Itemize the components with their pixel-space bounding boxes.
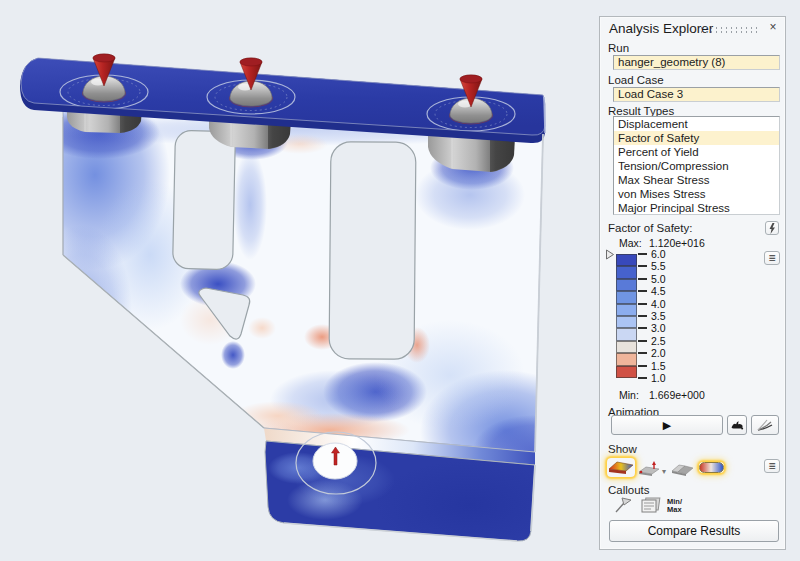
- result-type-item[interactable]: Displacement: [614, 117, 779, 131]
- result-type-item[interactable]: von Mises Stress: [614, 187, 779, 201]
- minmax-callout-toggle[interactable]: Min/ Max: [667, 498, 682, 513]
- legend-swatch: [616, 353, 637, 365]
- loads-bracket-icon: [637, 460, 661, 477]
- legend-swatch: [616, 266, 637, 278]
- probe-callout-button[interactable]: [613, 495, 633, 514]
- result-types-list: Displacement Factor of Safety Percent of…: [613, 116, 780, 215]
- show-legend-toggle[interactable]: [699, 462, 724, 473]
- displacement-scale-button[interactable]: [751, 415, 779, 435]
- probe-flag-icon: [613, 495, 633, 514]
- minmax-label-line2: Max: [667, 506, 682, 514]
- result-type-item[interactable]: Major Principal Stress: [614, 201, 779, 215]
- probe-flash-button[interactable]: [765, 221, 779, 235]
- max-label: Max:: [619, 237, 642, 249]
- min-value: 1.669e+000: [649, 389, 705, 401]
- legend-tick-label: 2.0: [651, 347, 666, 359]
- legend-tick-label: 3.5: [651, 310, 666, 322]
- legend-tick-mark: [638, 352, 647, 354]
- play-icon: ▶: [663, 419, 671, 432]
- legend-tick-mark: [638, 315, 647, 317]
- legend-tick-label: 4.5: [651, 285, 666, 297]
- result-type-item-selected[interactable]: Factor of Safety: [614, 131, 779, 145]
- legend-tick-mark: [638, 303, 647, 305]
- deflection-curve-icon: [756, 418, 774, 432]
- legend-options-button[interactable]: ≡: [764, 251, 780, 265]
- run-label: Run: [608, 42, 629, 54]
- legend-tick-label: 6.0: [651, 248, 666, 260]
- slot-cutout-right: [329, 142, 416, 360]
- note-icon: [640, 497, 662, 514]
- legend-tick-label: 5.5: [651, 260, 666, 272]
- colored-bracket-icon: [607, 458, 635, 477]
- load-case-select[interactable]: Load Case 3: [613, 87, 780, 102]
- legend-pointer-handle[interactable]: [605, 249, 615, 260]
- animation-speed-button[interactable]: [727, 415, 747, 435]
- legend-tick-mark: [638, 265, 647, 267]
- app-window: { "scene": { "background_color": "#e9edf…: [0, 0, 800, 561]
- legend-swatch: [616, 316, 637, 328]
- legend-tick-label: 4.0: [651, 298, 666, 310]
- legend-tick-mark: [638, 327, 647, 329]
- bracket-model[interactable]: [20, 54, 593, 550]
- legend-swatch: [616, 304, 637, 316]
- show-undeformed-toggle[interactable]: [670, 460, 695, 477]
- panel-drag-grip[interactable]: [699, 26, 757, 34]
- play-button[interactable]: ▶: [611, 415, 723, 435]
- legend-swatch: [616, 279, 637, 291]
- result-type-item[interactable]: Percent of Yield: [614, 145, 779, 159]
- legend-swatch: [616, 254, 637, 266]
- lightning-icon: [768, 223, 776, 234]
- legend-swatch-column[interactable]: [616, 254, 637, 379]
- run-select[interactable]: hanger_geometry (8): [613, 55, 780, 70]
- legend-tick-mark: [638, 278, 647, 280]
- show-label: Show: [608, 443, 637, 455]
- note-callout-button[interactable]: [640, 497, 662, 514]
- legend-tick-mark: [638, 340, 647, 342]
- legend-tick-mark: [638, 365, 647, 367]
- legend-tick-label: 1.5: [651, 360, 666, 372]
- compare-results-button[interactable]: Compare Results: [609, 520, 779, 542]
- legend-tick-label: 3.0: [651, 322, 666, 334]
- rabbit-icon: [729, 419, 745, 431]
- load-case-label: Load Case: [608, 74, 664, 86]
- legend-tick-mark: [638, 290, 647, 292]
- legend-tick-mark: [638, 377, 647, 379]
- legend-swatch: [616, 328, 637, 340]
- legend-tick-label: 5.0: [651, 273, 666, 285]
- close-icon[interactable]: ×: [765, 19, 781, 35]
- panel-title: Analysis Explorer: [609, 21, 713, 36]
- legend-tick-label: 1.0: [651, 372, 666, 384]
- compare-results-label: Compare Results: [648, 524, 741, 538]
- slot-cutout-left: [173, 130, 236, 269]
- menu-icon: ≡: [768, 461, 775, 471]
- loads-dropdown-caret[interactable]: ▾: [662, 467, 666, 476]
- show-options-button[interactable]: ≡: [764, 459, 780, 473]
- legend-swatch: [616, 341, 637, 353]
- result-type-item[interactable]: Max Shear Stress: [614, 173, 779, 187]
- menu-icon: ≡: [768, 253, 775, 263]
- gray-bracket-icon: [670, 460, 695, 477]
- legend-tick-label: 2.5: [651, 335, 666, 347]
- result-type-item[interactable]: Tension/Compression: [614, 159, 779, 173]
- legend-swatch: [616, 366, 637, 378]
- analysis-explorer-panel: Analysis Explorer × Run hanger_geometry …: [599, 16, 786, 550]
- fos-color-legend: 6.0 5.5 5.0 4.5 4.0 3.5 3.0 2.5 2.0 1.5 …: [616, 254, 736, 380]
- min-label: Min:: [619, 389, 639, 401]
- show-results-toggle[interactable]: [607, 458, 635, 477]
- legend-tick-mark: [638, 253, 647, 255]
- color-bar-icon: [699, 462, 724, 473]
- show-loads-toggle[interactable]: [637, 460, 661, 477]
- result-heading: Factor of Safety:: [608, 222, 692, 234]
- legend-swatch: [616, 291, 637, 303]
